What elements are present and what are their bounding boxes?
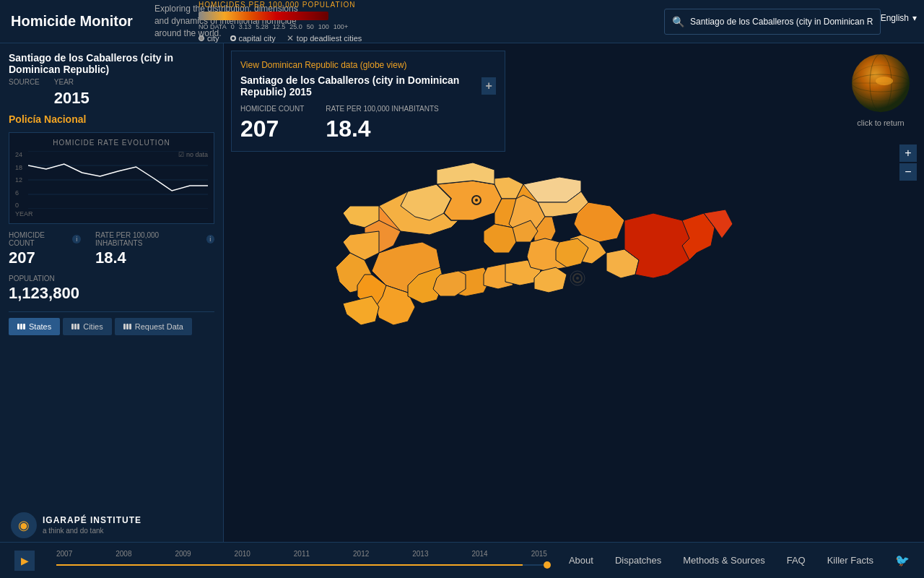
rate-value: 18.4 (95, 249, 214, 267)
app-title: Homicide Monitor (11, 13, 133, 30)
logo-text-block: IGARAPÉ INSTITUTE a think and do tank (43, 515, 141, 536)
svg-marker-37 (343, 296, 379, 325)
source-name: Policía Nacional (9, 113, 214, 125)
homicide-count-value: 207 (9, 249, 81, 267)
year-start: YEAR (15, 210, 33, 217)
rate-col: RATE PER 100,000 INHABITANTS i 18.4 (95, 231, 214, 267)
tab-request-data[interactable]: Request Data (115, 318, 192, 335)
year-col: YEAR 2015 (54, 78, 90, 108)
legend-gradient-row (199, 12, 693, 20)
logo-circle: ◉ (11, 512, 37, 538)
city-dot (199, 35, 204, 41)
search-icon: 🔍 (672, 16, 684, 27)
dominican-republic-map[interactable] (321, 119, 827, 466)
tab-states[interactable]: States (9, 318, 60, 335)
svg-marker-31 (484, 224, 516, 253)
city-marker-santo-domingo[interactable] (570, 271, 585, 285)
popup-expand-button[interactable]: + (481, 77, 496, 95)
source-label: SOURCE (9, 78, 40, 86)
footer-killer-facts[interactable]: Killer Facts (827, 555, 873, 566)
year-label: YEAR (54, 78, 90, 86)
svg-point-48 (576, 277, 579, 280)
location-name: Santiago de los Caballeros (city in Domi… (9, 52, 214, 75)
info-popup: View Dominican Republic data (globe view… (231, 51, 505, 152)
cities-icon (71, 324, 79, 329)
popup-view-link[interactable]: View Dominican Republic data (globe view… (240, 60, 496, 70)
twitter-icon[interactable]: 🐦 (895, 553, 910, 567)
play-button[interactable]: ▶ (14, 551, 35, 571)
city-filter-label: city (207, 34, 219, 43)
filter-deadliest[interactable]: ✕ top deadliest cities (287, 33, 362, 43)
legend-title: HOMICIDES PER 100,000 POPULATION (199, 1, 693, 9)
capital-dot (230, 35, 236, 41)
deadliest-filter-label: top deadliest cities (297, 34, 362, 43)
footer-dispatches[interactable]: Dispatches (615, 555, 661, 566)
request-icon (123, 324, 131, 329)
population-value: 1,123,800 (9, 284, 214, 303)
homicide-info-icon[interactable]: i (72, 235, 80, 243)
legend-bar: HOMICIDES PER 100,000 POPULATION NO DATA… (184, 0, 693, 43)
footer-nav: ▶ 2007 2008 2009 2010 2011 2012 2013 201… (0, 542, 924, 578)
filter-city[interactable]: city (199, 34, 219, 43)
logo-name: IGARAPÉ INSTITUTE (43, 515, 141, 527)
search-input[interactable] (690, 17, 873, 27)
header: Homicide Monitor Exploring the distribut… (0, 0, 924, 43)
source-col: SOURCE (9, 78, 40, 108)
legend-labels: NO DATA 0 3.13 5.28 12.5 25.0 50 100 100… (199, 23, 693, 30)
popup-homicide-count: HOMICIDE COUNT 207 (240, 105, 304, 142)
filter-capital[interactable]: capital city (230, 34, 276, 43)
footer-methods[interactable]: Methods & Sources (683, 555, 764, 566)
legend-gradient (199, 12, 328, 20)
footer-faq[interactable]: FAQ (787, 555, 806, 566)
igarape-logo: ◉ IGARAPÉ INSTITUTE a think and do tank (11, 512, 141, 538)
year-value: 2015 (54, 89, 90, 108)
chart-svg (28, 151, 208, 209)
track-thumb (544, 561, 551, 569)
rate-label: RATE PER 100,000 INHABITANTS i (95, 231, 214, 247)
filter-row: city capital city ✕ top deadliest cities (199, 33, 693, 43)
language-label: English (881, 13, 909, 23)
no-data-label: ☑ no data (178, 151, 208, 158)
tab-cities[interactable]: Cities (63, 318, 112, 335)
svg-point-46 (475, 199, 478, 202)
sidebar: Santiago de los Caballeros (city in Domi… (0, 43, 224, 542)
chart-title: HOMICIDE RATE EVOLUTION (15, 139, 208, 147)
language-selector[interactable]: English ▾ (881, 13, 917, 23)
play-icon: ▶ (21, 555, 29, 566)
map-area[interactable]: View Dominican Republic data (globe view… (224, 43, 924, 542)
year-source-row: SOURCE YEAR 2015 (9, 78, 214, 108)
logo-tagline: a think and do tank (43, 526, 141, 535)
tabs-row: States Cities Request Data (9, 311, 214, 335)
popup-title: Santiago de los Caballeros (city in Domi… (240, 74, 496, 98)
year-labels: 2007 2008 2009 2010 2011 2012 2013 2014 … (56, 550, 547, 558)
footer-about[interactable]: About (569, 555, 593, 566)
chevron-down-icon: ▾ (912, 13, 917, 23)
search-bar[interactable]: 🔍 (664, 9, 881, 35)
population-label: POPULATION (9, 275, 214, 282)
chart-canvas: ☑ no data (28, 151, 208, 209)
capital-filter-label: capital city (239, 34, 276, 43)
stats-row: HOMICIDE COUNT i 207 RATE PER 100,000 IN… (9, 231, 214, 267)
track-fill (56, 564, 523, 566)
year-track[interactable]: 2007 2008 2009 2010 2011 2012 2013 2014 … (56, 550, 547, 571)
popup-stats: HOMICIDE COUNT 207 RATE PER 100,000 INHA… (240, 105, 496, 142)
chart-year-row: YEAR (15, 210, 208, 217)
deadliest-x: ✕ (287, 33, 294, 43)
rate-info-icon[interactable]: i (206, 235, 214, 243)
homicide-count-col: HOMICIDE COUNT i 207 (9, 231, 81, 267)
states-icon (17, 324, 25, 329)
y-axis-labels: 24 18 12 6 0 (15, 151, 22, 209)
chart-section: HOMICIDE RATE EVOLUTION 24 18 12 6 0 (9, 132, 214, 224)
svg-marker-16 (437, 163, 494, 184)
population-section: POPULATION 1,123,800 (9, 275, 214, 303)
popup-rate: RATE PER 100,000 INHABITANTS 18.4 (326, 105, 438, 142)
homicide-count-label: HOMICIDE COUNT i (9, 231, 81, 247)
